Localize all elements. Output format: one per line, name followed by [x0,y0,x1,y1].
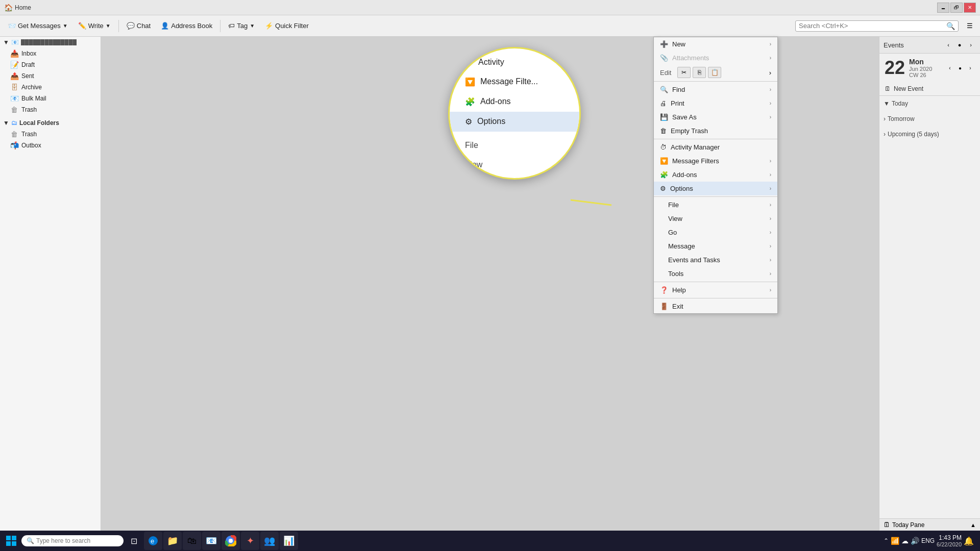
events-prev-button[interactable]: ‹ [943,40,953,50]
sidebar-item-bulkmail[interactable]: 📧 Bulk Mail [0,93,101,104]
svg-rect-3 [6,541,11,546]
dropdown-item-attachments[interactable]: 📎 Attachments › [654,51,777,65]
dropdown-item-options[interactable]: ⚙ Options › [654,182,777,195]
sidebar-item-local-trash[interactable]: 🗑 Trash [0,129,101,140]
unknown-icon[interactable]: 📊 [280,532,298,550]
search-input[interactable] [799,22,946,30]
dropdown-item-find[interactable]: 🔍 Find › [654,83,777,96]
activity-icon: ⏱ [465,58,473,67]
sidebar-item-draft[interactable]: 📝 Draft [0,59,101,70]
store-icon[interactable]: 🛍 [183,532,201,550]
sidebar-account[interactable]: ▼ 📧 ██████████████ [0,37,101,48]
search-icon[interactable]: 🔍 [946,22,955,30]
dropdown-item-go[interactable]: Go › [654,226,777,239]
sidebar-item-archive[interactable]: 🗄 Archive [0,82,101,93]
tag-button[interactable]: 🏷 Tag ▼ [224,19,259,32]
chevron-icon: › [770,186,771,191]
dropdown-item-tools[interactable]: Tools › [654,267,777,281]
folder-icon: 📁 [167,535,178,546]
copy-button[interactable]: ⎘ [693,67,706,78]
tray-arrow-icon[interactable]: ⌃ [884,537,889,544]
sidebar-item-inbox[interactable]: 📥 Inbox [0,48,101,59]
events-section-upcoming: › Upcoming (5 days) [879,127,980,142]
dropdown-item-message[interactable]: Message › [654,239,777,253]
quick-filter-button[interactable]: ⚡ Quick Filter [260,19,313,32]
save-as-label: Save As [672,113,697,121]
sidebar-item-trash[interactable]: 🗑 Trash [0,104,101,115]
minimize-button[interactable]: 🗕 [937,3,949,13]
maximize-button[interactable]: 🗗 [950,3,963,13]
calendar-month-cw: Jun 2020 CW 26 [909,66,941,78]
message-filter-icon: 🔽 [465,77,475,87]
dropdown-item-exit[interactable]: 🚪 Exit [654,299,777,313]
events-today-button[interactable]: ● [954,40,965,50]
dropdown-item-view[interactable]: View › [654,212,777,226]
dropdown-edit-row: Edit ✂ ⎘ 📋 › [654,65,777,80]
sidebar-item-sent[interactable]: 📤 Sent [0,70,101,82]
draft-icon: 📝 [10,61,18,69]
cal-prev-button[interactable]: ‹ [945,63,954,72]
options-icon: ⚙ [465,117,472,127]
file-explorer-icon[interactable]: 📁 [163,532,182,550]
tomorrow-section-header[interactable]: › Tomorrow [879,113,980,124]
dropdown-item-events-tasks[interactable]: Events and Tasks › [654,253,777,267]
paste-button[interactable]: 📋 [708,67,721,78]
chevron-icon: › [770,55,771,61]
upcoming-section-header[interactable]: › Upcoming (5 days) [879,129,980,140]
mail-icon[interactable]: 📧 [202,532,220,550]
dropdown-item-save-as[interactable]: 💾 Save As › [654,110,777,124]
today-collapse-icon: ▼ [884,100,890,107]
dropdown-item-message-filters[interactable]: 🔽 Message Filters › [654,154,777,168]
circle-item-file[interactable]: File [450,136,579,155]
dropdown-item-print[interactable]: 🖨 Print › [654,96,777,110]
svg-rect-4 [12,541,16,546]
dropdown-item-file[interactable]: File › [654,198,777,212]
circle-item-addons[interactable]: 🧩 Add-ons [450,92,579,112]
address-book-button[interactable]: 👤 Address Book [156,19,217,32]
dropdown-item-help[interactable]: ❓ Help › [654,283,777,297]
chevron-icon: › [770,101,771,106]
title-bar-controls: 🗕 🗗 ✕ [937,3,976,13]
cal-today-button[interactable]: ● [955,63,965,72]
local-folders-header[interactable]: ▼ 🗂 Local Folders [0,117,101,129]
save-as-icon: 💾 [660,113,668,121]
edge-icon[interactable]: e [144,532,162,550]
chat-button[interactable]: 💬 Chat [122,19,155,32]
cal-next-button[interactable]: › [966,63,975,72]
events-next-button[interactable]: › [966,40,976,50]
dropdown-separator-5 [654,298,777,298]
task-view-button[interactable]: ⊡ [125,532,143,550]
new-event-button[interactable]: 🗓 New Event [879,82,980,96]
circle-item-activity[interactable]: ⏱ Activity [450,53,579,72]
circle-item-message-filter[interactable]: 🔽 Message Filte... [450,72,579,92]
dropdown-item-empty-trash[interactable]: 🗑 Empty Trash [654,124,777,138]
close-button[interactable]: ✕ [964,3,976,13]
figma-icon[interactable]: ✦ [241,532,259,550]
circle-item-view[interactable]: View [450,155,579,174]
dropdown-item-addons[interactable]: 🧩 Add-ons › [654,168,777,182]
write-button[interactable]: ✏️ Write ▼ [74,19,115,32]
notifications-icon[interactable]: 🔔 [964,536,974,546]
get-messages-button[interactable]: 📨 Get Messages ▼ [3,19,72,32]
activity-manager-label: Activity Manager [671,143,720,151]
chevron-icon: › [770,230,771,235]
sidebar-item-outbox[interactable]: 📬 Outbox [0,140,101,151]
sound-icon[interactable]: 🔊 [911,537,919,545]
attachments-label: Attachments [672,54,709,62]
new-event-icon: 🗓 [885,85,891,92]
cut-button[interactable]: ✂ [677,67,691,78]
chrome-icon[interactable] [222,532,240,550]
network-icon[interactable]: 📶 [891,537,899,545]
dropdown-item-new[interactable]: ➕ New › [654,37,777,51]
circle-item-options[interactable]: ⚙ Options [450,112,579,132]
chevron-icon: › [770,287,771,293]
cloud-icon[interactable]: ☁ [901,537,909,545]
start-button[interactable] [2,532,20,550]
today-section-header[interactable]: ▼ Today [879,98,980,109]
dropdown-item-activity-manager[interactable]: ⏱ Activity Manager [654,140,777,154]
taskbar-search-box[interactable]: 🔍 Type here to search [21,535,124,546]
message-menu-label: Message [668,242,695,250]
write-icon: ✏️ [78,22,86,30]
teams-icon[interactable]: 👥 [260,532,279,550]
hamburger-menu-button[interactable]: ☰ [963,19,977,33]
